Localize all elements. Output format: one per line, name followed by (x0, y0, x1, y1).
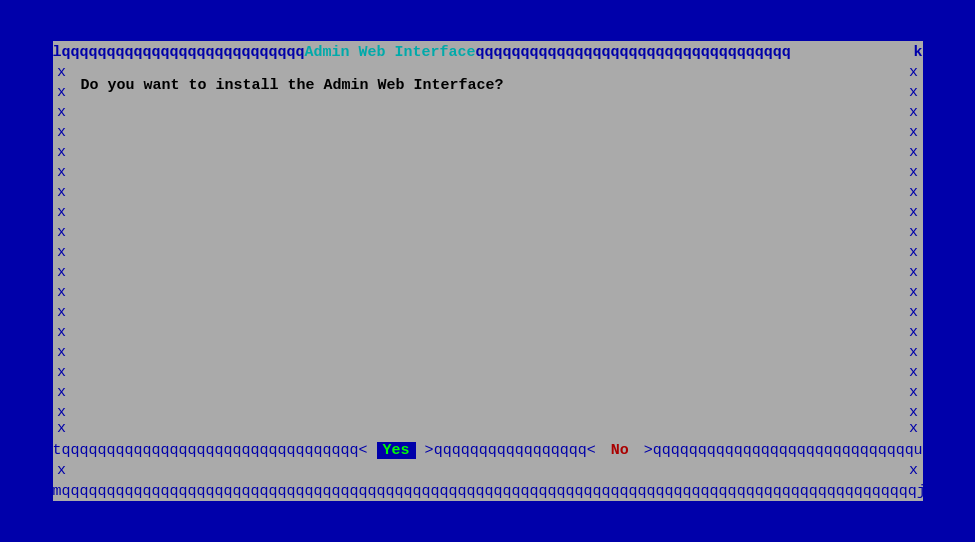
border-x: x (905, 419, 923, 439)
border-x: x (53, 203, 71, 223)
inner-content: Do you want to install the Admin Web Int… (71, 63, 905, 419)
bottom-line-left: qqqqqqqqqqqqqqqqqqqqqqqqqqqqqqqqq (62, 442, 359, 459)
border-x: x (905, 103, 923, 123)
border-x: x (905, 243, 923, 263)
border-x: x (53, 103, 71, 123)
border-x: x (53, 363, 71, 383)
terminal-window: l qqqqqqqqqqqqqqqqqqqqqqqqqqq Admin Web … (53, 41, 923, 501)
top-line-right: qqqqqqqqqqqqqqqqqqqqqqqqqqqqqqqqqqq (476, 44, 914, 61)
content-area: x x x x x x x x x x x x x x x x x x x Do… (53, 63, 923, 419)
border-x: x (905, 163, 923, 183)
border-x: x (905, 83, 923, 103)
border-x: x (53, 163, 71, 183)
no-bracket-open: < (587, 442, 605, 459)
border-x: x (905, 143, 923, 163)
border-bottom: t qqqqqqqqqqqqqqqqqqqqqqqqqqqqqqqqq < Ye… (53, 439, 923, 461)
border-x: x (53, 323, 71, 343)
top-line-left: qqqqqqqqqqqqqqqqqqqqqqqqqqq (62, 44, 305, 61)
no-bracket-close: > (635, 442, 653, 459)
bottom-x-row: x x (53, 461, 923, 481)
border-x: x (905, 461, 923, 481)
border-x: x (905, 203, 923, 223)
border-top: l qqqqqqqqqqqqqqqqqqqqqqqqqqq Admin Web … (53, 41, 923, 63)
pre-button-row: x x (53, 419, 923, 439)
border-x: x (905, 343, 923, 363)
corner-bl: t (53, 442, 62, 459)
bottom-line-mid: qqqqqqqqqqqqqqqqq (434, 442, 587, 459)
bottom-line-right: qqqqqqqqqqqqqqqqqqqqqqqqqqqqqqqqqq (653, 442, 914, 459)
dialog-title: Admin Web Interface (305, 44, 476, 61)
border-x: x (905, 183, 923, 203)
no-button-wrap[interactable]: < No > (587, 442, 653, 459)
border-x: x (53, 243, 71, 263)
border-x: x (53, 143, 71, 163)
border-x: x (905, 223, 923, 243)
corner-final-br: j (917, 483, 923, 500)
border-x: x (53, 419, 71, 439)
border-x: x (53, 223, 71, 243)
border-x: x (905, 63, 923, 83)
corner-br: u (913, 442, 922, 459)
border-x: x (905, 303, 923, 323)
border-x: x (53, 63, 71, 83)
border-x: x (905, 263, 923, 283)
border-x: x (53, 303, 71, 323)
border-x: x (905, 283, 923, 303)
bottom-final-line: m qqqqqqqqqqqqqqqqqqqqqqqqqqqqqqqqqqqqqq… (53, 481, 923, 501)
corner-tr: k (913, 44, 922, 61)
border-x: x (53, 263, 71, 283)
border-x: x (53, 461, 71, 481)
bottom-final-q: qqqqqqqqqqqqqqqqqqqqqqqqqqqqqqqqqqqqqqqq… (62, 483, 917, 500)
border-x: x (905, 383, 923, 403)
border-x: x (53, 123, 71, 143)
corner-final-bl: m (53, 483, 62, 500)
question-text: Do you want to install the Admin Web Int… (71, 63, 905, 97)
yes-bracket-close: > (416, 442, 434, 459)
border-x: x (53, 383, 71, 403)
border-x: x (53, 283, 71, 303)
border-left: x x x x x x x x x x x x x x x x x x x (53, 63, 71, 419)
border-x: x (53, 403, 71, 419)
no-button[interactable]: No (605, 442, 635, 459)
border-x: x (905, 403, 923, 419)
yes-bracket-open: < (359, 442, 377, 459)
corner-tl: l (53, 44, 62, 61)
border-x: x (53, 343, 71, 363)
border-x: x (905, 123, 923, 143)
border-x: x (905, 323, 923, 343)
border-x: x (53, 83, 71, 103)
border-x: x (53, 183, 71, 203)
yes-button-wrap[interactable]: < Yes > (359, 442, 434, 459)
border-right: x x x x x x x x x x x x x x x x x x x (905, 63, 923, 419)
yes-button[interactable]: Yes (377, 442, 416, 459)
border-x: x (905, 363, 923, 383)
